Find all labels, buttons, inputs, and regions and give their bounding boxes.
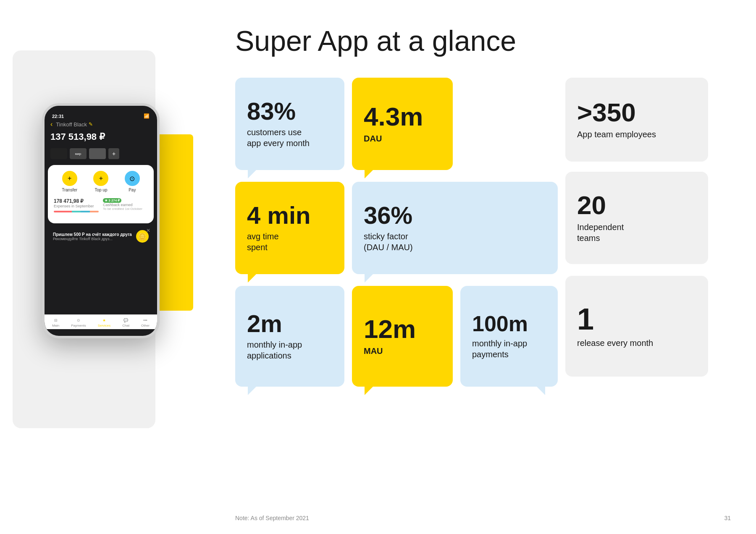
nav-main-label: Main <box>52 324 59 327</box>
phone-white-section: + Transfer + Top up ⊙ Pay 178 471, <box>48 165 154 223</box>
card-mir[interactable]: мир <box>70 148 87 159</box>
release-label: release every month <box>577 338 696 348</box>
dau-number: 4.3m <box>364 104 441 130</box>
phone-cards: мир + <box>50 148 151 159</box>
transfer-action[interactable]: + Transfer <box>62 171 77 192</box>
close-icon[interactable]: ✕ <box>146 228 150 233</box>
nav-services-icon: ★ <box>102 318 106 322</box>
right-section: Super App at a glance 83% customers usea… <box>202 0 756 534</box>
transfer-icon: + <box>62 171 77 186</box>
topup-icon: + <box>93 171 108 186</box>
edit-icon[interactable]: ✎ <box>89 121 93 127</box>
nav-other-label: Other <box>141 324 150 327</box>
nav-chat-icon: 💬 <box>123 318 128 322</box>
dau-label: DAU <box>364 133 441 144</box>
stat-avg-time: 4 min avg timespent <box>235 182 344 274</box>
nav-payments-label: Payments <box>71 324 86 327</box>
phone-stats: 178 471,98 ₽ Expenses in September ★ 3 2… <box>54 198 148 212</box>
back-icon[interactable]: ‹ <box>50 120 52 128</box>
stat-monthly-payments: 100m monthly in-apppayments <box>460 286 558 387</box>
teams-label: Independentteams <box>577 222 696 243</box>
avg-time-number: 4 min <box>247 203 333 228</box>
topup-action[interactable]: + Top up <box>93 171 108 192</box>
sticky-label: sticky factor(DAU / MAU) <box>364 231 546 253</box>
pay-action[interactable]: ⊙ Pay <box>125 171 140 192</box>
employees-label: App team employees <box>577 129 696 140</box>
stat-employees: >350 App team employees <box>565 78 708 162</box>
stat-teams: 20 Independentteams <box>565 172 708 264</box>
card-gray[interactable] <box>89 148 106 159</box>
topup-label: Top up <box>94 188 107 192</box>
cashback-amount: ★ 3 274 ₽ <box>103 198 148 203</box>
monthly-apps-number: 2m <box>247 312 333 336</box>
phone-account-name: Tinkoff Black ✎ <box>56 121 93 128</box>
phone-time: 22:31 <box>52 114 64 119</box>
phone-signal: 📶 <box>144 113 150 119</box>
phone-section: 22:31 📶 ‹ Tinkoff Black ✎ 137 513,98 ₽ <box>0 0 202 534</box>
page-number: 31 <box>724 515 731 521</box>
phone-notification: Пришлем 500 Р на счёт каждого друга Реко… <box>48 226 154 247</box>
notification-sub: Рекомендуйте Tinkoff Black друз... <box>53 237 132 241</box>
stat-release: 1 release every month <box>565 276 708 377</box>
pay-icon: ⊙ <box>125 171 140 186</box>
note-text: Note: As of September 2021 <box>235 515 309 521</box>
cashback-label: Cashback earned <box>103 203 148 207</box>
nav-chat[interactable]: 💬 Chat <box>122 318 129 327</box>
phone-stat-expenses: 178 471,98 ₽ Expenses in September <box>54 198 99 212</box>
stat-mau: 12m MAU <box>352 286 453 387</box>
phone-actions: + Transfer + Top up ⊙ Pay <box>54 171 148 192</box>
card-black[interactable] <box>50 148 67 159</box>
phone-container: 22:31 📶 ‹ Tinkoff Black ✎ 137 513,98 ₽ <box>42 103 160 448</box>
nav-services-label: Services <box>98 324 111 327</box>
stat-monthly-apps: 2m monthly in-appapplications <box>235 286 344 387</box>
teams-number: 20 <box>577 192 696 218</box>
page-title: Super App at a glance <box>235 25 731 57</box>
nav-chat-label: Chat <box>122 324 129 327</box>
notification-text: Пришлем 500 Р на счёт каждого друга <box>53 232 132 237</box>
cashback-badge: ★ 3 274 ₽ <box>103 198 121 203</box>
release-number: 1 <box>577 304 696 334</box>
stats-container: 83% customers useapp every month 4.3m DA… <box>235 78 714 439</box>
phone-balance: 137 513,98 ₽ <box>50 131 151 142</box>
add-card-button[interactable]: + <box>108 148 119 159</box>
monthly-payments-label: monthly in-apppayments <box>472 338 546 360</box>
expenses-amount: 178 471,98 ₽ <box>54 198 99 204</box>
mau-label: MAU <box>364 346 441 356</box>
transfer-label: Transfer <box>62 188 77 192</box>
avg-time-label: avg timespent <box>247 231 333 253</box>
mau-number: 12m <box>364 316 441 342</box>
phone-frame: 22:31 📶 ‹ Tinkoff Black ✎ 137 513,98 ₽ <box>42 103 160 338</box>
stat-sticky: 36% sticky factor(DAU / MAU) <box>352 182 558 274</box>
nav-payments[interactable]: ⊙ Payments <box>71 318 86 327</box>
monthly-payments-number: 100m <box>472 313 546 335</box>
pay-label: Pay <box>129 188 136 192</box>
phone-content: ‹ Tinkoff Black ✎ 137 513,98 ₽ мир + <box>45 120 157 159</box>
phone-stat-cashback: ★ 3 274 ₽ Cashback earned To be credited… <box>103 198 148 212</box>
nav-services[interactable]: ★ Services <box>98 318 111 327</box>
employees-number: >350 <box>577 99 696 126</box>
nav-main[interactable]: ⊟ Main <box>52 318 59 327</box>
expenses-label: Expenses in September <box>54 204 99 208</box>
nav-main-icon: ⊟ <box>54 318 58 322</box>
phone-header: ‹ Tinkoff Black ✎ <box>50 120 151 128</box>
monthly-apps-label: monthly in-appapplications <box>247 339 333 361</box>
sticky-number: 36% <box>364 203 546 228</box>
nav-other[interactable]: ••• Other <box>141 318 150 327</box>
phone-notch <box>80 106 122 115</box>
nav-payments-icon: ⊙ <box>77 318 80 322</box>
cashback-sub: To be credited 1st October <box>103 207 148 211</box>
customers-label: customers useapp every month <box>247 127 333 149</box>
stat-customers: 83% customers useapp every month <box>235 78 344 170</box>
nav-other-icon: ••• <box>143 318 147 322</box>
stat-dau: 4.3m DAU <box>352 78 453 170</box>
expenses-progress <box>54 211 99 212</box>
phone-bottom-nav: ⊟ Main ⊙ Payments ★ Services 💬 Chat ••• <box>45 314 157 329</box>
customers-number: 83% <box>247 99 333 123</box>
